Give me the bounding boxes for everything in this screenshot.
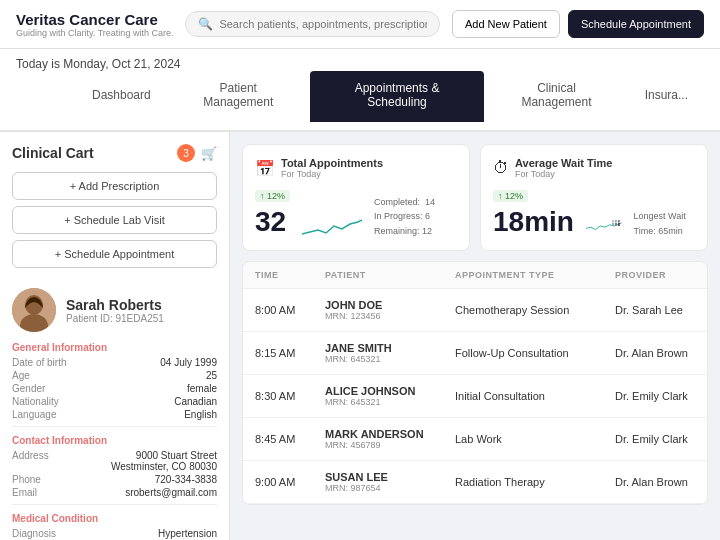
th-provider: PROVIDER [615,270,708,280]
row1-appt-type: Chemotherapy Session [455,304,615,316]
total-appointments-data: ↑ 12% 32 Completed: 14 In Progress: 6 Re… [255,187,457,238]
age-row: Age25 [12,370,217,381]
cart-badge: 3 [177,144,195,162]
clock-icon: ⏱ [493,159,509,177]
contact-info-label: Contact Information [12,435,217,446]
header-buttons: Add New Patient Schedule Appointment [452,10,704,38]
wait-sparkline [586,214,622,238]
patient-header: Sarah Roberts Patient ID: 91EDA251 [12,288,217,332]
cart-title: Clinical Cart [12,145,94,161]
language-row: LanguageEnglish [12,409,217,420]
stats-row: 📅 Total Appointments For Today ↑ 12% 32 [242,144,708,251]
row5-patient: SUSAN LEEMRN: 987654 [325,471,455,493]
th-time: TIME [255,270,325,280]
tab-clinical-management[interactable]: Clinical Management [486,71,626,122]
tab-patient-management[interactable]: Patient Management [169,71,308,122]
row5-provider: Dr. Alan Brown [615,476,708,488]
svg-rect-8 [618,222,620,226]
avatar [12,288,56,332]
logo: Veritas Cancer Care Guiding with Clarity… [16,11,173,38]
dob-row: Date of birth04 July 1999 [12,357,217,368]
stat-card-appointments-header: 📅 Total Appointments For Today [255,157,457,179]
svg-rect-7 [618,220,620,222]
row1-time: 8:00 AM [255,304,325,316]
email-row: Emailsroberts@gmail.com [12,487,217,498]
main-layout: Clinical Cart 3 🛒 + Add Prescription + S… [0,132,720,540]
search-bar[interactable]: 🔍 [185,11,440,37]
nationality-row: NationalityCanadian [12,396,217,407]
logo-title: Veritas Cancer Care [16,11,173,28]
th-appt-type: APPOINTMENT TYPE [455,270,615,280]
search-icon: 🔍 [198,17,213,31]
main-nav: Dashboard Patient Management Appointment… [76,71,704,122]
appointments-table: TIME PATIENT APPOINTMENT TYPE PROVIDER L… [242,261,708,505]
appointments-details: Completed: 14 In Progress: 6 Remaining: … [374,195,435,238]
row4-provider: Dr. Emily Clark [615,433,708,445]
table-row[interactable]: 8:45 AM MARK ANDERSONMRN: 456789 Lab Wor… [243,418,707,461]
phone-row: Phone720-334-3838 [12,474,217,485]
th-patient: PATIENT [325,270,455,280]
schedule-appointment-sidebar-button[interactable]: + Schedule Appointment [12,240,217,268]
patient-name: Sarah Roberts [66,297,164,313]
diagnosis-row: DiagnosisHypertension [12,528,217,539]
patient-id: Patient ID: 91EDA251 [66,313,164,324]
wait-details: Longest Wait Time: 65min [634,209,695,238]
tab-dashboard[interactable]: Dashboard [76,71,167,122]
sidebar: Clinical Cart 3 🛒 + Add Prescription + S… [0,132,230,540]
appointments-number: 32 [255,206,290,238]
stat-card-appointments: 📅 Total Appointments For Today ↑ 12% 32 [242,144,470,251]
schedule-lab-visit-button[interactable]: + Schedule Lab Visit [12,206,217,234]
row3-patient: ALICE JOHNSONMRN: 645321 [325,385,455,407]
table-row[interactable]: 8:00 AM JOHN DOEMRN: 123456 Chemotherapy… [243,289,707,332]
general-info-label: General Information [12,342,217,353]
svg-rect-5 [615,220,617,222]
appointments-sparkline [302,214,362,238]
wait-time-sub: For Today [515,169,612,179]
stat-card-wait-time: ⏱ Average Wait Time For Today ↑ 12% 18mi… [480,144,708,251]
date-text: Today is Monday, Oct 21, 2024 [16,57,181,71]
table-row[interactable]: 9:00 AM SUSAN LEEMRN: 987654 Radiation T… [243,461,707,504]
total-appointments-title: Total Appointments [281,157,383,169]
clinical-cart-header: Clinical Cart 3 🛒 [12,144,217,162]
row3-appt-type: Initial Consultation [455,390,615,402]
add-patient-button[interactable]: Add New Patient [452,10,560,38]
wait-badge: ↑ 12% [493,190,528,202]
wait-number: 18min [493,206,574,238]
row2-appt-type: Follow-Up Consultation [455,347,615,359]
logo-subtitle: Guiding with Clarity. Treating with Care… [16,28,173,38]
appointments-badge: ↑ 12% [255,190,290,202]
wait-time-data: ↑ 12% 18min Longest Wait Tim [493,187,695,238]
row2-provider: Dr. Alan Brown [615,347,708,359]
cart-icon: 🛒 [201,146,217,161]
svg-rect-6 [615,222,617,226]
svg-rect-3 [612,220,614,222]
tab-appointments[interactable]: Appointments & Scheduling [310,71,485,122]
row3-time: 8:30 AM [255,390,325,402]
row1-provider: Dr. Sarah Lee [615,304,708,316]
add-prescription-button[interactable]: + Add Prescription [12,172,217,200]
medical-condition-label: Medical Condition [12,513,217,524]
row5-time: 9:00 AM [255,476,325,488]
patient-section: Sarah Roberts Patient ID: 91EDA251 Gener… [12,288,217,540]
table-header: TIME PATIENT APPOINTMENT TYPE PROVIDER L… [243,262,707,289]
app-header: Veritas Cancer Care Guiding with Clarity… [0,0,720,49]
row1-patient: JOHN DOEMRN: 123456 [325,299,455,321]
tab-insurance[interactable]: Insura... [629,71,704,122]
stat-card-wait-header: ⏱ Average Wait Time For Today [493,157,695,179]
row3-provider: Dr. Emily Clark [615,390,708,402]
search-input[interactable] [219,18,427,30]
table-row[interactable]: 8:15 AM JANE SMITHMRN: 645321 Follow-Up … [243,332,707,375]
table-row[interactable]: 8:30 AM ALICE JOHNSONMRN: 645321 Initial… [243,375,707,418]
patient-info: Sarah Roberts Patient ID: 91EDA251 [66,297,164,324]
wait-time-title: Average Wait Time [515,157,612,169]
gender-row: Genderfemale [12,383,217,394]
row4-time: 8:45 AM [255,433,325,445]
content-area: 📅 Total Appointments For Today ↑ 12% 32 [230,132,720,540]
row4-patient: MARK ANDERSONMRN: 456789 [325,428,455,450]
row4-appt-type: Lab Work [455,433,615,445]
row2-time: 8:15 AM [255,347,325,359]
row5-appt-type: Radiation Therapy [455,476,615,488]
date-bar: Today is Monday, Oct 21, 2024 Dashboard … [0,49,720,131]
row2-patient: JANE SMITHMRN: 645321 [325,342,455,364]
schedule-appointment-button[interactable]: Schedule Appointment [568,10,704,38]
